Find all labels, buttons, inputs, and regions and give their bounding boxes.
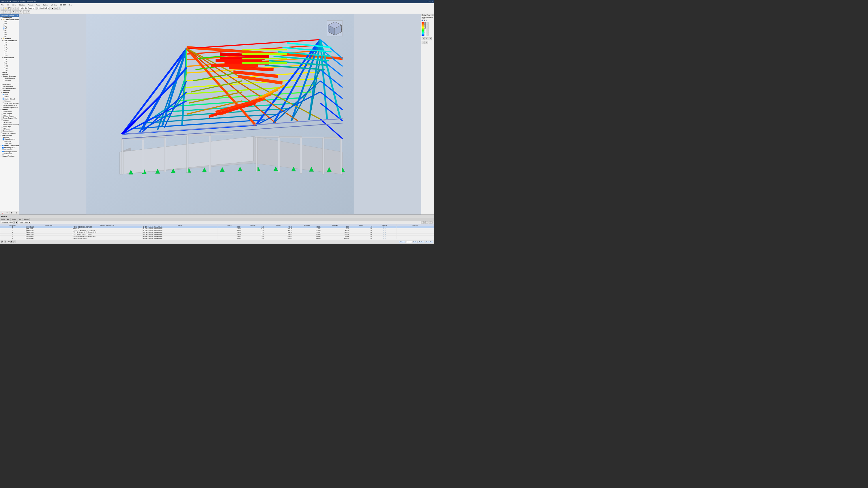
tree-separation-lines[interactable]: Separation Lines	[0, 138, 19, 140]
tree-all-values[interactable]: All Values	[0, 128, 19, 130]
tree-Vy[interactable]: Vy	[0, 61, 19, 63]
tree-MT[interactable]: MT	[0, 65, 19, 67]
tree-result-filled[interactable]: Result Diagram Filled	[0, 117, 19, 120]
tree-resultant[interactable]: Resultant	[0, 79, 19, 82]
tree-My[interactable]: My	[0, 67, 19, 69]
tree-result-values[interactable]: Result Values	[0, 83, 19, 86]
front-btn[interactable]: F	[12, 10, 15, 13]
close-btn[interactable]: ✕	[431, 1, 433, 3]
color-swatches[interactable]	[422, 20, 434, 21]
ctrl-btn-3[interactable]: ⊠	[429, 37, 432, 40]
menu-window[interactable]: Window	[51, 3, 57, 6]
tree-ux[interactable]: ux	[0, 21, 19, 23]
swatch-light[interactable]	[426, 20, 427, 21]
tree-loc-ux[interactable]: ux	[0, 41, 19, 44]
zoom-btn[interactable]: 🔍	[58, 7, 61, 10]
menu-options[interactable]: Options	[42, 3, 49, 6]
open-btn[interactable]: 📂	[4, 7, 7, 10]
table-row[interactable]: 7 R_KH 80/240 454,463,470-481,486,487 1 …	[0, 237, 434, 239]
swatch-selected[interactable]	[422, 20, 423, 21]
tree-loc-uzpp[interactable]: uz''	[0, 55, 19, 57]
toolbar-btn-e[interactable]: ⛭	[431, 221, 433, 224]
tree-support-reactions-display[interactable]: Support Reactions	[0, 155, 19, 157]
tree-plastic-stress[interactable]: Plastic Stress Smoothing	[0, 124, 19, 126]
tree-section-cuts[interactable]: Section Cuts	[0, 122, 19, 124]
tab-edit[interactable]: Edit	[6, 218, 10, 221]
tree-extreme-displacement[interactable]: Extreme Displacement	[0, 106, 19, 109]
tab-section[interactable]: Section	[11, 218, 18, 221]
rotate-btn[interactable]: ↻	[7, 10, 11, 13]
tree-lines[interactable]: Lines	[0, 93, 19, 96]
tree-gray-zone[interactable]: Gray Zone	[0, 140, 19, 142]
tab-members[interactable]: Members	[418, 241, 425, 243]
tree-loc-uxp[interactable]: ux'	[0, 48, 19, 51]
toolbar-btn-d[interactable]: ✂	[429, 221, 431, 224]
control-panel-close[interactable]: ✕	[432, 14, 433, 16]
tree-nodal-displacements[interactable]: Nodal Displacements	[0, 104, 19, 107]
save-btn[interactable]: 💾	[7, 7, 11, 10]
tree-loc-uzp[interactable]: uz'	[0, 53, 19, 55]
tree-title-information[interactable]: Title Information	[0, 85, 19, 88]
tree-Vz[interactable]: Vz	[0, 63, 19, 65]
tree-urp[interactable]: uR'	[0, 36, 19, 38]
menu-edit[interactable]: Edit	[6, 3, 10, 6]
tree-results-on-couplings[interactable]: Results on Couplings	[0, 132, 19, 134]
tab-member-sets[interactable]: Member Sets	[425, 241, 433, 243]
new-btn[interactable]: 📄	[1, 7, 4, 10]
top-btn[interactable]: T	[16, 10, 19, 13]
tree-extreme-values[interactable]: Extreme Values	[0, 130, 19, 132]
grid-btn[interactable]: #	[27, 10, 30, 13]
tab-view[interactable]: View	[17, 218, 23, 221]
tree-ur[interactable]: uR	[0, 27, 19, 29]
ctrl-btn-1[interactable]: ⊞	[422, 37, 425, 40]
tree-loc-uyp[interactable]: uy'	[0, 50, 19, 53]
tree-inner-edges[interactable]: Inner Edges	[0, 126, 19, 128]
ctrl-btn-5[interactable]: ⟳	[425, 41, 428, 44]
tree-hatching[interactable]: Hatching	[0, 119, 19, 122]
last-page-btn[interactable]: ▶|	[13, 240, 16, 243]
tree-Mz[interactable]: Mz	[0, 69, 19, 72]
menu-tools[interactable]: Tools	[35, 3, 40, 6]
tree-section-colored[interactable]: Section Colored	[0, 98, 19, 100]
menu-file[interactable]: File	[1, 3, 4, 6]
tree-uxp[interactable]: ux'	[0, 29, 19, 31]
basic-objects-select[interactable]: Basic Objects	[20, 221, 31, 224]
tree-uz[interactable]: uz	[0, 25, 19, 27]
snap-btn[interactable]: +	[23, 10, 27, 13]
tree-max-min-information[interactable]: Max Min Information	[0, 88, 19, 90]
redo-btn[interactable]: ↪	[16, 7, 19, 10]
tree-without-diagram[interactable]: Without Diagram	[0, 115, 19, 117]
nav-settings-btn[interactable]: ⚙	[14, 211, 19, 215]
tree-transparent-isoband[interactable]: Transparent	[0, 142, 19, 145]
tree-uy[interactable]: uy	[0, 23, 19, 25]
tree-smoothing-level[interactable]: Smoothing Level	[0, 147, 19, 149]
tab-nodes[interactable]: Nodes	[413, 241, 417, 243]
prev-page-btn[interactable]: ◀	[13, 221, 15, 224]
structure-select[interactable]: Structure	[1, 221, 9, 224]
first-page-btn[interactable]: |◀	[1, 240, 3, 243]
wire-btn[interactable]: ◻	[55, 7, 58, 10]
tree-transparent2[interactable]: Transparent	[0, 153, 19, 155]
tab-sections[interactable]: Sections	[406, 241, 412, 243]
tab-goto[interactable]: Go To	[0, 218, 6, 221]
tab-materials[interactable]: Materials	[399, 241, 405, 243]
prev-row-btn[interactable]: ◀	[4, 240, 6, 243]
tree-N[interactable]: N	[0, 59, 19, 61]
next-row-btn[interactable]: ▶	[10, 240, 13, 243]
tree-section[interactable]: Section	[0, 96, 19, 98]
minimize-btn[interactable]: ─	[427, 1, 428, 3]
nav-close-btn[interactable]: ✕	[17, 14, 18, 17]
tree-nodal-supports[interactable]: Nodal Supports	[0, 77, 19, 79]
next-page-btn[interactable]: ▶	[16, 221, 18, 224]
window-controls[interactable]: ─ □ ✕	[427, 1, 433, 3]
toolbar-btn-c[interactable]: ✎	[426, 221, 428, 224]
tree-two-colored[interactable]: Two-Colored	[0, 110, 19, 113]
nav-view-btn[interactable]: 👁	[5, 211, 9, 215]
ctrl-btn-2[interactable]: ⊟	[425, 37, 428, 40]
tab-settings[interactable]: Settings	[23, 218, 30, 221]
iso-btn[interactable]: I	[19, 10, 22, 13]
nav-results-btn[interactable]: 📊	[0, 211, 5, 215]
tree-loc-uz[interactable]: uz	[0, 46, 19, 48]
select-btn[interactable]: ↖	[1, 10, 4, 13]
ctrl-btn-4[interactable]: ↔	[422, 41, 425, 44]
